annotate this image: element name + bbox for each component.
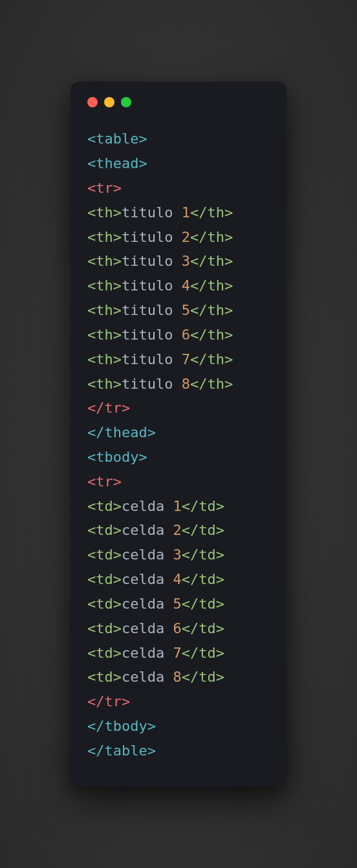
td-text: celda bbox=[122, 571, 173, 587]
td-text: celda bbox=[122, 547, 173, 563]
tag-td-close: </td> bbox=[182, 498, 224, 514]
tag-td-open: <td> bbox=[87, 547, 122, 563]
tag-th-close: </th> bbox=[190, 204, 233, 221]
tag-tr-open: <tr> bbox=[87, 180, 122, 196]
td-num: 2 bbox=[173, 522, 181, 538]
tag-th-open: <th> bbox=[87, 277, 122, 294]
tag-td-open: <td> bbox=[87, 522, 122, 538]
td-text: celda bbox=[122, 620, 173, 636]
tag-td-close: </td> bbox=[182, 669, 224, 685]
tag-tbody-close: </tbody> bbox=[87, 718, 156, 734]
minimize-icon[interactable] bbox=[104, 97, 114, 107]
th-text: titulo bbox=[122, 204, 182, 221]
td-text: celda bbox=[122, 522, 173, 538]
tag-th-close: </th> bbox=[190, 277, 233, 294]
code-block: <table> <thead> <tr> <th>titulo 1</th> <… bbox=[87, 127, 270, 763]
tag-td-close: </td> bbox=[182, 645, 224, 661]
tag-td-close: </td> bbox=[182, 522, 224, 538]
tag-table-close: </table> bbox=[87, 743, 156, 759]
th-text: titulo bbox=[122, 327, 182, 343]
td-text: celda bbox=[122, 596, 173, 612]
tag-td-close: </td> bbox=[182, 547, 224, 563]
tag-td-open: <td> bbox=[87, 498, 122, 514]
maximize-icon[interactable] bbox=[121, 97, 131, 107]
tag-td-open: <td> bbox=[87, 645, 122, 661]
th-text: titulo bbox=[122, 351, 182, 367]
tag-td-open: <td> bbox=[87, 596, 122, 612]
tag-th-open: <th> bbox=[87, 253, 122, 269]
tag-th-open: <th> bbox=[87, 351, 122, 367]
tag-table-open: <table> bbox=[87, 131, 147, 147]
tag-tr-close: </tr> bbox=[87, 400, 130, 416]
tag-tr-open: <tr> bbox=[87, 473, 122, 490]
th-num: 4 bbox=[182, 277, 190, 294]
tag-td-open: <td> bbox=[87, 620, 122, 636]
tag-th-open: <th> bbox=[87, 229, 122, 245]
tag-thead-close: </thead> bbox=[87, 424, 156, 440]
tag-td-close: </td> bbox=[182, 596, 224, 612]
td-num: 7 bbox=[173, 645, 181, 661]
tag-th-open: <th> bbox=[87, 302, 122, 318]
td-num: 8 bbox=[173, 669, 181, 685]
window-controls bbox=[87, 97, 270, 107]
tag-thead-open: <thead> bbox=[87, 155, 147, 171]
close-icon[interactable] bbox=[87, 97, 98, 107]
tag-th-open: <th> bbox=[87, 376, 122, 392]
td-text: celda bbox=[122, 645, 173, 661]
tag-th-close: </th> bbox=[190, 351, 233, 367]
th-num: 6 bbox=[182, 327, 190, 343]
td-text: celda bbox=[122, 498, 173, 514]
th-text: titulo bbox=[122, 302, 182, 318]
th-num: 8 bbox=[182, 376, 190, 392]
code-window: <table> <thead> <tr> <th>titulo 1</th> <… bbox=[70, 81, 287, 787]
tag-th-open: <th> bbox=[87, 327, 122, 343]
td-num: 6 bbox=[173, 620, 181, 636]
th-num: 3 bbox=[182, 253, 190, 269]
th-num: 2 bbox=[182, 229, 190, 245]
td-num: 5 bbox=[173, 596, 181, 612]
tag-tr-close: </tr> bbox=[87, 693, 130, 710]
tag-th-close: </th> bbox=[190, 229, 233, 245]
td-num: 1 bbox=[173, 498, 181, 514]
th-text: titulo bbox=[122, 376, 182, 392]
th-num: 1 bbox=[182, 204, 190, 221]
tag-td-open: <td> bbox=[87, 669, 122, 685]
th-num: 5 bbox=[182, 302, 190, 318]
th-text: titulo bbox=[122, 253, 182, 269]
tag-th-open: <th> bbox=[87, 204, 122, 221]
td-num: 4 bbox=[173, 571, 181, 587]
tag-th-close: </th> bbox=[190, 302, 233, 318]
tag-td-close: </td> bbox=[182, 620, 224, 636]
th-text: titulo bbox=[122, 229, 182, 245]
tag-th-close: </th> bbox=[190, 253, 233, 269]
th-text: titulo bbox=[122, 277, 182, 294]
tag-td-open: <td> bbox=[87, 571, 122, 587]
tag-th-close: </th> bbox=[190, 376, 233, 392]
th-num: 7 bbox=[182, 351, 190, 367]
td-text: celda bbox=[122, 669, 173, 685]
tag-td-close: </td> bbox=[182, 571, 224, 587]
tag-th-close: </th> bbox=[190, 327, 233, 343]
tag-tbody-open: <tbody> bbox=[87, 449, 147, 465]
td-num: 3 bbox=[173, 547, 181, 563]
